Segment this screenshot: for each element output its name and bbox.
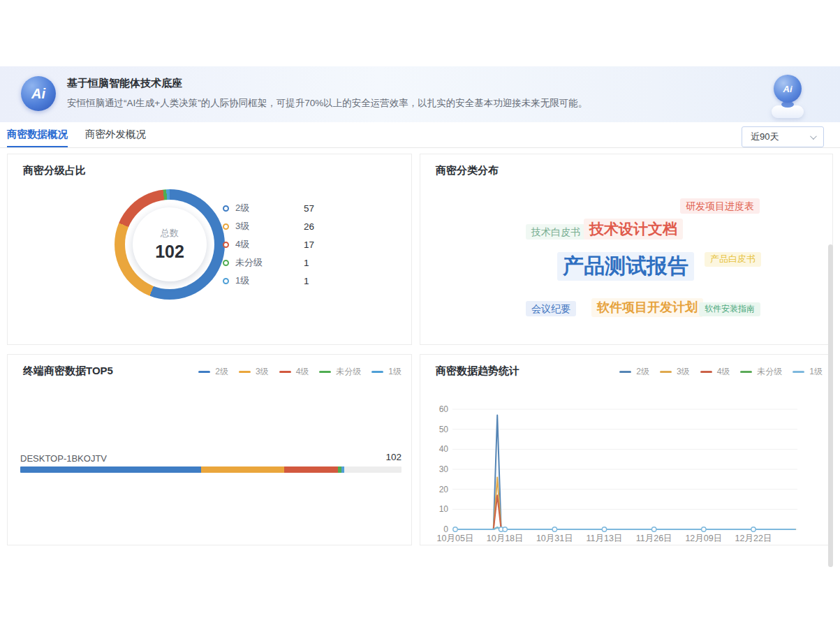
legend-label: 1级 [809,366,823,378]
donut-legend-item[interactable]: 4级17 [223,235,314,253]
panel-category-distribution: 商密分类分布 研发项目进度表技术白皮书技术设计文档产品白皮书产品测试报告会议纪要… [420,154,833,345]
bar-segment [341,466,345,473]
legend-label: 3级 [677,366,690,378]
trend-line-chart: 010203040506010月05日10月18日10月31日11月13日11月… [420,383,834,545]
top5-stacked-bar [20,466,401,473]
date-range-value: 近90天 [751,131,779,143]
legend-item[interactable]: 2级 [619,366,649,378]
word-cloud-item[interactable]: 会议纪要 [526,301,576,316]
legend-item[interactable]: 1级 [793,366,823,378]
legend-item[interactable]: 未分级 [319,366,361,378]
svg-text:0: 0 [443,524,448,534]
legend-dash-icon [319,371,331,373]
date-range-select[interactable]: 近90天 [742,126,824,147]
legend-label: 3级 [256,366,269,378]
panel-grade-ratio: 商密分级占比 总数 102 2级573级264级17未分级11级1 [7,154,412,345]
word-cloud-item[interactable]: 产品白皮书 [705,252,761,267]
legend-value: 57 [304,203,314,214]
svg-text:10月05日: 10月05日 [437,534,474,543]
top5-row-value: 102 [385,452,401,462]
legend-ring-icon [223,223,229,230]
svg-text:20: 20 [439,485,449,494]
ai-robot-mascot-icon: Ai [765,73,811,119]
legend-item[interactable]: 未分级 [740,366,782,378]
legend-value: 1 [304,258,309,268]
legend-ring-icon [223,242,229,248]
legend-label: 未分级 [336,366,361,378]
legend-label: 未分级 [757,366,782,378]
panel-terminal-top5: 终端商密数据TOP5 2级3级4级未分级1级 DESKTOP-1BKOJTV 1… [7,354,412,545]
svg-text:12月22日: 12月22日 [735,534,772,543]
legend-dash-icon [279,371,291,373]
legend-dash-icon [740,371,752,373]
grade-donut-chart: 总数 102 [115,189,225,300]
legend-label: 未分级 [235,256,281,269]
dashboard-page: Ai 基于恒脑智能体技术底座 安恒恒脑通过“AI生成+人类决策”的人际协同框架，… [0,0,840,632]
legend-label: 4级 [296,366,309,378]
robot-head-icon: Ai [774,75,802,103]
donut-legend-item[interactable]: 1级1 [223,272,314,290]
legend-item[interactable]: 3级 [660,366,690,378]
panel-cloud-title: 商密分类分布 [436,164,499,177]
donut-legend: 2级573级264级17未分级11级1 [223,199,314,290]
legend-label: 4级 [235,238,281,251]
tab-outbound-overview[interactable]: 商密外发概况 [85,122,146,147]
legend-label: 3级 [235,220,281,233]
bar-segment [201,466,283,473]
panel-top5-title: 终端商密数据TOP5 [23,365,113,378]
legend-label: 2级 [235,202,281,214]
legend-item[interactable]: 4级 [700,366,730,378]
legend-dash-icon [619,371,631,373]
legend-ring-icon [223,205,229,212]
top5-legend: 2级3级4级未分级1级 [188,366,401,378]
word-cloud-item[interactable]: 产品测试报告 [557,252,694,281]
svg-text:11月13日: 11月13日 [587,534,623,543]
donut-legend-item[interactable]: 2级57 [223,199,314,217]
tab-bar: 商密数据概况 商密外发概况 近90天 [0,122,840,148]
svg-text:10: 10 [439,504,449,514]
legend-value: 26 [304,221,314,232]
legend-ring-icon [223,260,229,266]
svg-text:10月18日: 10月18日 [487,534,524,543]
legend-ring-icon [223,278,229,284]
svg-text:12月09日: 12月09日 [685,534,722,543]
word-cloud-item[interactable]: 研发项目进度表 [680,198,760,214]
legend-dash-icon [793,371,804,373]
donut-center: 总数 102 [133,207,207,281]
legend-dash-icon [239,371,251,373]
legend-value: 1 [304,276,309,286]
legend-dash-icon [198,371,210,373]
legend-item[interactable]: 2级 [198,366,228,378]
legend-item[interactable]: 4级 [279,366,309,378]
legend-dash-icon [371,371,383,373]
svg-text:10月31日: 10月31日 [536,534,573,543]
bar-segment [284,466,338,473]
hero-title: 基于恒脑智能体技术底座 [67,77,182,90]
legend-label: 1级 [235,274,281,287]
panel-grade-title: 商密分级占比 [23,164,86,177]
scrollbar-thumb[interactable] [828,244,833,567]
legend-item[interactable]: 1级 [371,366,401,378]
word-cloud-item[interactable]: 技术白皮书 [526,224,586,240]
svg-text:60: 60 [439,404,449,414]
word-cloud-item[interactable]: 软件安装指南 [699,302,760,316]
word-cloud-item[interactable]: 软件项目开发计划 [591,298,703,317]
donut-legend-item[interactable]: 未分级1 [223,253,314,272]
donut-center-label: 总数 [161,227,179,240]
legend-item[interactable]: 3级 [239,366,269,378]
donut-total-value: 102 [155,242,184,262]
tab-business-data-overview[interactable]: 商密数据概况 [7,122,68,147]
legend-label: 2级 [215,366,228,378]
svg-text:11月26日: 11月26日 [636,534,672,543]
chevron-down-icon [810,133,817,140]
legend-label: 4级 [717,366,730,378]
donut-legend-item[interactable]: 3级26 [223,217,314,235]
trend-legend: 2级3级4级未分级1级 [609,366,823,378]
svg-text:40: 40 [439,444,449,454]
panel-trend-statistics: 商密数据趋势统计 2级3级4级未分级1级 010203040506010月05日… [420,354,833,545]
top5-row-label: DESKTOP-1BKOJTV [20,453,107,464]
word-cloud-item[interactable]: 技术设计文档 [584,219,683,240]
hero-subtitle: 安恒恒脑通过“AI生成+人类决策”的人际协同框架，可提升70%以上的安全运营效率… [67,97,587,110]
panel-trend-title: 商密数据趋势统计 [436,365,520,378]
legend-dash-icon [660,371,672,373]
